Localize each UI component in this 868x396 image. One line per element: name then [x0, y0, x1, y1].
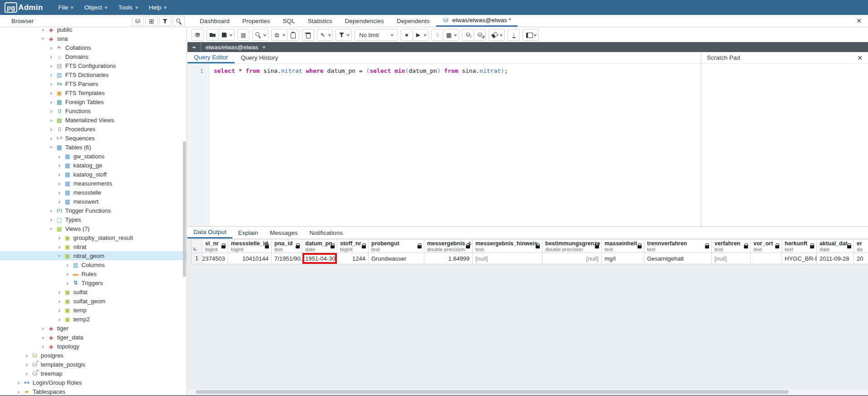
tree-item-fts-templates[interactable]: ›FTS Templates: [0, 88, 187, 97]
tree-item-nitrat[interactable]: ›nitrat: [0, 242, 187, 251]
tree-expand-icon[interactable]: ›: [49, 207, 53, 214]
column-header-herkunft[interactable]: herkunfttext: [782, 239, 817, 253]
tab-query-tool[interactable]: elwas/elwas@elwas *: [436, 15, 518, 27]
tree-expand-icon[interactable]: ›: [65, 271, 70, 277]
column-header-pna-id[interactable]: pna_idtext: [271, 239, 302, 253]
tree-item-katalog-ge[interactable]: ›katalog_ge: [0, 161, 187, 170]
tree-item-temp[interactable]: ›temp: [0, 305, 187, 315]
tree-item-fts-dictionaries[interactable]: ›FTS Dictionaries: [0, 70, 187, 79]
column-header-sl-nr[interactable]: sl_nrbigint: [202, 239, 228, 253]
tree-expand-icon[interactable]: ›: [48, 226, 55, 231]
menu-help[interactable]: Help∨: [144, 0, 173, 15]
tree-expand-icon[interactable]: ›: [49, 117, 53, 124]
panel-close-button[interactable]: ✕: [856, 17, 862, 24]
tree-expand-icon[interactable]: ›: [57, 153, 62, 160]
tree-expand-icon[interactable]: ›: [57, 234, 62, 241]
tree-expand-icon[interactable]: ›: [41, 343, 45, 350]
row-number-cell[interactable]: 1: [191, 253, 202, 264]
cell-bestimmungsgrenze[interactable]: [null]: [542, 253, 602, 264]
tree-item-login-group-roles[interactable]: ›Login/Group Roles: [0, 378, 187, 387]
tree-item-tables-6[interactable]: ›Tables (6): [0, 143, 187, 152]
tree-expand-icon[interactable]: ›: [57, 189, 62, 196]
column-header-datum-pn[interactable]: datum_pndate: [302, 239, 337, 253]
tree-item-postgres[interactable]: ›postgres: [0, 351, 187, 360]
tree-expand-icon[interactable]: ›: [40, 36, 47, 41]
cell-herkunft[interactable]: HYGC_BR-K: [782, 253, 817, 264]
cell-er[interactable]: 20: [854, 253, 868, 264]
column-header-messstelle-id[interactable]: messstelle_idbigint: [228, 239, 272, 253]
tree-item-nitrat-geom[interactable]: ›nitrat_geom: [0, 251, 187, 260]
browser-filter-button[interactable]: [159, 16, 171, 26]
tab-dependencies[interactable]: Dependencies: [339, 15, 390, 27]
filter-button[interactable]: ∨: [336, 29, 352, 41]
tree-item-materialized-views[interactable]: ›Materialized Views: [0, 115, 187, 124]
tree-item-tablespaces[interactable]: ›Tablespaces: [0, 387, 187, 395]
tree-expand-icon[interactable]: ›: [24, 361, 29, 368]
cell-probengut[interactable]: Grundwasser: [368, 253, 424, 264]
column-header-masseinheit[interactable]: masseinheittext: [601, 239, 644, 253]
tree-item-procedures[interactable]: ›Procedures: [0, 124, 187, 134]
select-all-cell[interactable]: [191, 239, 202, 253]
editgrid-button[interactable]: [237, 29, 249, 41]
tree-expand-icon[interactable]: ›: [49, 81, 53, 87]
column-header-messergebnis-hinweis[interactable]: messergebnis_hinweistext: [472, 239, 542, 253]
clear-button[interactable]: ∨: [489, 29, 505, 41]
tree-item-sina[interactable]: ›sina: [0, 34, 187, 43]
tab-statistics[interactable]: Statistics: [302, 15, 339, 27]
tree-item-views-7[interactable]: ›Views (7): [0, 224, 187, 233]
tree-item-sequences[interactable]: ›Sequences: [0, 134, 187, 143]
tree-expand-icon[interactable]: ›: [56, 253, 63, 258]
scratch-close-button[interactable]: ✕: [857, 54, 863, 62]
cell-aktual-dat[interactable]: 2011-09-28: [816, 253, 854, 264]
play-button[interactable]: ∨: [412, 29, 429, 41]
column-header-aktual-dat[interactable]: aktual_datdate: [816, 239, 854, 253]
cell-datum-pn[interactable]: 1951-04-30: [302, 253, 337, 264]
column-header-stoff-nr[interactable]: stoff_nrbigint: [337, 239, 369, 253]
tree-expand-icon[interactable]: ›: [41, 334, 45, 341]
tree-item-types[interactable]: ›Types: [0, 215, 187, 224]
tree-item-measurements[interactable]: ›measurements: [0, 179, 187, 188]
tree-expand-icon[interactable]: ›: [49, 72, 53, 78]
tree-expand-icon[interactable]: ›: [49, 126, 53, 133]
scripts-button[interactable]: [192, 29, 204, 41]
tree-expand-icon[interactable]: ›: [49, 135, 53, 142]
cell-verfahren[interactable]: [null]: [711, 253, 751, 264]
tree-item-sulfat[interactable]: ›sulfat: [0, 287, 187, 296]
tree-expand-icon[interactable]: ›: [57, 289, 62, 296]
macro-button[interactable]: ∨: [523, 29, 539, 41]
tab-query-editor[interactable]: Query Editor: [187, 52, 235, 63]
tree-item-katalog-stoff[interactable]: ›katalog_stoff: [0, 170, 187, 179]
tree-item-messstelle[interactable]: ›messstelle: [0, 188, 187, 197]
cell-messergebnis-hinweis[interactable]: [null]: [472, 253, 542, 264]
tree-expand-icon[interactable]: ›: [57, 307, 62, 314]
column-header-er[interactable]: erda: [854, 239, 868, 253]
menu-object[interactable]: Object∨: [79, 0, 113, 15]
tree-expand-icon[interactable]: ›: [49, 108, 53, 115]
tree-item-fts-configurations[interactable]: ›FTS Configurations: [0, 61, 187, 70]
column-header-bestimmungsgrenze[interactable]: bestimmungsgrenzedouble precision: [542, 239, 602, 253]
rollback-button[interactable]: [474, 29, 486, 41]
tree-expand-icon[interactable]: ›: [49, 62, 53, 69]
tree-item-fts-parsers[interactable]: ›FTS Parsers: [0, 79, 187, 88]
browser-db-button[interactable]: [132, 16, 144, 26]
column-header-probengut[interactable]: probenguttext: [368, 239, 424, 253]
tree-item-public[interactable]: ›public: [0, 28, 187, 34]
query-editor[interactable]: 1 select * from sina.nitrat where datum_…: [187, 64, 701, 226]
download-button[interactable]: [508, 29, 520, 41]
tree-expand-icon[interactable]: ›: [57, 316, 62, 323]
column-header-verfahren[interactable]: verfahrentext: [711, 239, 751, 253]
tree-expand-icon[interactable]: ›: [49, 44, 53, 51]
cell-masseinheit[interactable]: mg/l: [601, 253, 644, 264]
tree-item-tiger-data[interactable]: ›tiger_data: [0, 333, 187, 342]
cell-messergebnis-c[interactable]: 1.64999: [424, 253, 473, 264]
tree-expand-icon[interactable]: ›: [48, 145, 55, 149]
tree-item-sulfat-geom[interactable]: ›sulfat_geom: [0, 296, 187, 305]
cell-stoff-nr[interactable]: 1244: [337, 253, 369, 264]
tree-item-collations[interactable]: ›Collations: [0, 43, 187, 52]
tree-item-groupby-station-result[interactable]: ›groupby_station_result: [0, 233, 187, 242]
menu-file[interactable]: File∨: [53, 0, 79, 15]
cell-pna-id[interactable]: 7/1951/90...: [271, 253, 302, 264]
tree-expand-icon[interactable]: ›: [65, 262, 70, 268]
tree-expand-icon[interactable]: ›: [16, 379, 21, 386]
scratch-pad-input[interactable]: [701, 64, 868, 226]
